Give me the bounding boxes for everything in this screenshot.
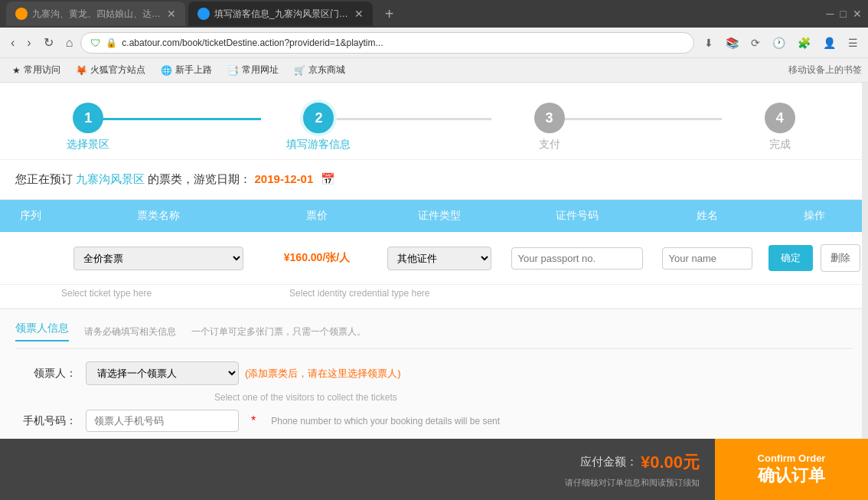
phone-hint: Phone number to which your booking detai… bbox=[271, 416, 500, 426]
td-passport bbox=[501, 247, 654, 270]
tab-2[interactable]: 填写游客信息_九寨沟风景区门… ✕ bbox=[188, 2, 373, 26]
addon-button[interactable]: 🧩 bbox=[794, 34, 814, 51]
phone-input[interactable] bbox=[86, 410, 239, 432]
collector-en-hint: Select one of the visitors to collect th… bbox=[214, 390, 853, 404]
ticket-hint: Select ticket type here bbox=[61, 288, 152, 299]
name-input[interactable] bbox=[662, 247, 753, 270]
bottom-bar: 应付金额： ¥0.00元 请仔细核对订单信息和阅读预订须知 Confirm Or… bbox=[0, 439, 868, 500]
calendar-icon[interactable]: 📅 bbox=[321, 172, 335, 185]
bookmark-4-icon: 📑 bbox=[227, 65, 239, 76]
scrollbar[interactable] bbox=[862, 83, 868, 466]
tab-1-close[interactable]: ✕ bbox=[167, 8, 176, 20]
forward-button[interactable]: › bbox=[22, 33, 35, 53]
main-content: 1 选择景区 2 填写游客信息 3 支付 bbox=[0, 83, 868, 466]
collector-info-tab[interactable]: 领票人信息 bbox=[15, 322, 69, 342]
ticket-type-select[interactable]: 全价套票 半价套票 儿童票 bbox=[73, 247, 243, 270]
td-ticket-type: 全价套票 半价套票 儿童票 bbox=[61, 247, 256, 270]
bookmark-2-icon: 🦊 bbox=[76, 65, 87, 76]
collector-section: 领票人信息 请务必确填写相关信息 一个订单可定多张门票，只需一个领票人。 领票人… bbox=[0, 308, 868, 455]
new-tab-button[interactable]: + bbox=[379, 5, 400, 23]
th-operation: 操作 bbox=[761, 200, 868, 232]
th-ticket-name: 票类名称 bbox=[61, 200, 256, 232]
menu-button[interactable]: ☰ bbox=[844, 34, 862, 51]
th-price: 票价 bbox=[256, 200, 378, 232]
amount-label: 应付金额： bbox=[580, 455, 638, 469]
required-star: * bbox=[251, 414, 256, 428]
download-button[interactable]: ⬇ bbox=[700, 34, 717, 51]
credential-hint: Select identity credential type here bbox=[289, 288, 429, 299]
collector-select[interactable]: 请选择一个领票人 bbox=[86, 361, 239, 385]
history-button[interactable]: 🕐 bbox=[768, 34, 789, 51]
tab-1[interactable]: 九寨沟、黄龙、四姑娘山、达… ✕ bbox=[6, 2, 185, 26]
row-delete-button[interactable]: 删除 bbox=[821, 244, 860, 272]
step-3-number: 3 bbox=[546, 110, 553, 126]
step-1-label: 选择景区 bbox=[67, 138, 109, 152]
step-1-number: 1 bbox=[84, 110, 92, 126]
collector-tabs: 领票人信息 请务必确填写相关信息 一个订单可定多张门票，只需一个领票人。 bbox=[15, 322, 853, 349]
url-input[interactable] bbox=[122, 38, 684, 48]
bookmark-1-label: 常用访问 bbox=[24, 64, 60, 77]
amount-sub-text: 请仔细核对订单信息和阅读预订须知 bbox=[565, 477, 700, 489]
tab-1-favicon bbox=[15, 8, 28, 20]
bookmark-5[interactable]: 🛒 京东商城 bbox=[288, 62, 351, 78]
park-name-link[interactable]: 九寨沟风景区 bbox=[76, 172, 145, 185]
collector-hint-2: 一个订单可定多张门票，只需一个领票人。 bbox=[191, 325, 366, 338]
collector-label: 领票人： bbox=[15, 367, 77, 381]
step-2-circle: 2 bbox=[303, 103, 334, 133]
collector-link[interactable]: (添加票类后，请在这里选择领票人) bbox=[245, 367, 401, 381]
nav-icons: ⬇ 📚 ⟳ 🕐 🧩 👤 ☰ bbox=[700, 34, 862, 51]
close-window-button[interactable]: ✕ bbox=[853, 8, 862, 20]
tab-2-label: 填写游客信息_九寨沟风景区门… bbox=[214, 8, 348, 21]
bookmark-1[interactable]: ★ 常用访问 bbox=[6, 62, 67, 78]
th-name: 姓名 bbox=[654, 200, 761, 232]
tab-bar: 九寨沟、黄龙、四姑娘山、达… ✕ 填写游客信息_九寨沟风景区门… ✕ + ─ □… bbox=[0, 0, 868, 28]
library-button[interactable]: 📚 bbox=[722, 34, 742, 51]
lock-icon: 🔒 bbox=[106, 38, 117, 48]
sync-button[interactable]: ⟳ bbox=[747, 34, 764, 51]
bookmark-3-label: 新手上路 bbox=[175, 64, 212, 77]
minimize-button[interactable]: ─ bbox=[827, 8, 834, 20]
bookmark-4-label: 常用网址 bbox=[242, 64, 279, 77]
hint-row: Select ticket type here Select identity … bbox=[0, 285, 868, 308]
step-3-label: 支付 bbox=[539, 138, 560, 152]
step-1: 1 选择景区 bbox=[31, 103, 146, 152]
bookmark-5-label: 京东商城 bbox=[308, 64, 345, 77]
row-confirm-button[interactable]: 确定 bbox=[768, 245, 813, 271]
collector-select-wrap: 请选择一个领票人 (添加票类后，请在这里选择领票人) bbox=[86, 361, 401, 385]
booking-info-bar: 您正在预订 九寨沟风景区 的票类，游览日期： 2019-12-01 📅 bbox=[0, 160, 868, 200]
th-index: 序列 bbox=[0, 200, 61, 232]
booking-prefix: 您正在预订 bbox=[15, 172, 73, 185]
bookmark-2[interactable]: 🦊 火狐官方站点 bbox=[70, 62, 152, 78]
passport-input[interactable] bbox=[511, 247, 644, 270]
step-3: 3 支付 bbox=[491, 103, 607, 152]
booking-middle: 的票类，游览日期： bbox=[148, 172, 251, 185]
maximize-button[interactable]: □ bbox=[840, 8, 847, 20]
account-button[interactable]: 👤 bbox=[819, 34, 840, 51]
td-credential-type: 其他证件 身份证 护照 港澳通行证 bbox=[378, 247, 501, 270]
ticket-price: ¥160.00/张/人 bbox=[284, 251, 350, 265]
refresh-button[interactable]: ↻ bbox=[39, 32, 58, 53]
step-3-circle: 3 bbox=[534, 103, 565, 133]
th-credential-type: 证件类型 bbox=[378, 200, 501, 232]
tab-2-close[interactable]: ✕ bbox=[354, 8, 364, 20]
table-row: 全价套票 半价套票 儿童票 ¥160.00/张/人 其他证件 身份证 护照 港澳… bbox=[0, 232, 868, 285]
bookmark-3[interactable]: 🌐 新手上路 bbox=[155, 62, 218, 78]
step-4-label: 完成 bbox=[769, 138, 791, 152]
collector-form-row: 领票人： 请选择一个领票人 (添加票类后，请在这里选择领票人) bbox=[15, 361, 853, 385]
home-button[interactable]: ⌂ bbox=[61, 33, 78, 53]
bookmark-4[interactable]: 📑 常用网址 bbox=[221, 62, 285, 78]
amount-section: 应付金额： ¥0.00元 请仔细核对订单信息和阅读预订须知 bbox=[0, 439, 715, 500]
step-2: 2 填写游客信息 bbox=[261, 103, 377, 152]
back-button[interactable]: ‹ bbox=[6, 33, 19, 53]
credential-type-select[interactable]: 其他证件 身份证 护照 港澳通行证 bbox=[387, 247, 492, 270]
mobile-bookmarks: 移动设备上的书签 bbox=[788, 64, 862, 77]
tab-1-label: 九寨沟、黄龙、四姑娘山、达… bbox=[32, 8, 161, 21]
steps-wrapper: 1 选择景区 2 填写游客信息 3 支付 bbox=[0, 93, 868, 155]
step-2-label: 填写游客信息 bbox=[286, 138, 351, 152]
bookmark-5-icon: 🛒 bbox=[294, 65, 305, 76]
shield-icon: 🛡 bbox=[90, 37, 101, 49]
address-bar: 🛡 🔒 bbox=[80, 32, 694, 54]
step-1-circle: 1 bbox=[73, 103, 103, 133]
confirm-order-button[interactable]: Confirm Order 确认订单 bbox=[715, 439, 868, 500]
browser-chrome: 九寨沟、黄龙、四姑娘山、达… ✕ 填写游客信息_九寨沟风景区门… ✕ + ─ □… bbox=[0, 0, 868, 83]
